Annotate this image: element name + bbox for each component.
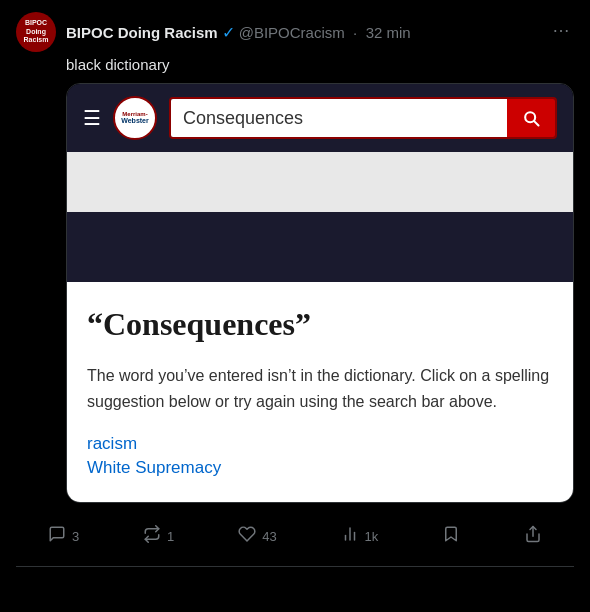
share-icon: [524, 525, 542, 548]
tweet-handle-time: @BIPOCracism · 32 min: [239, 24, 411, 41]
avatar-line3: Racism: [24, 36, 49, 44]
verified-badge: ✓: [222, 23, 235, 42]
bar-chart-icon: [341, 525, 359, 548]
tweet-header-left: BIPOC Doing Racism BIPOC Doing Racism ✓ …: [16, 12, 411, 52]
mw-logo[interactable]: Merriam- Webster: [113, 96, 157, 140]
mw-suggestion-racism[interactable]: racism: [87, 434, 553, 454]
mw-logo-line2: Webster: [121, 117, 149, 125]
mw-navbar: ☰ Merriam- Webster: [67, 84, 573, 152]
tweet-user-info: BIPOC Doing Racism ✓ @BIPOCracism · 32 m…: [66, 23, 411, 42]
retweet-count: 1: [167, 529, 174, 544]
mw-search-bar: [169, 97, 557, 139]
like-action[interactable]: 43: [230, 519, 284, 554]
hamburger-icon[interactable]: ☰: [83, 106, 101, 130]
mw-search-button[interactable]: [507, 99, 555, 137]
mw-search-input[interactable]: [171, 99, 507, 137]
views-count: 1k: [365, 529, 379, 544]
retweet-icon: [143, 525, 161, 548]
mw-logo-line1: Merriam-: [122, 111, 147, 118]
tweet-image: ☰ Merriam- Webster: [66, 83, 574, 503]
tweet-display-name[interactable]: BIPOC Doing Racism: [66, 24, 218, 41]
bookmark-action[interactable]: [434, 519, 468, 554]
bookmark-icon: [442, 525, 460, 548]
reply-count: 3: [72, 529, 79, 544]
retweet-action[interactable]: 1: [135, 519, 182, 554]
share-action[interactable]: [516, 519, 550, 554]
more-options-button[interactable]: …: [548, 12, 574, 41]
tweet-caption: black dictionary: [66, 56, 574, 73]
tweet-container: BIPOC Doing Racism BIPOC Doing Racism ✓ …: [0, 0, 590, 567]
search-icon: [521, 108, 541, 128]
mw-dark-band: [67, 212, 573, 282]
tweet-actions: 3 1 43: [16, 515, 574, 567]
reply-icon: [48, 525, 66, 548]
tweet-time[interactable]: 32 min: [366, 24, 411, 41]
avatar-line1: BIPOC: [25, 19, 47, 27]
mw-browser: ☰ Merriam- Webster: [67, 84, 573, 502]
views-action[interactable]: 1k: [333, 519, 387, 554]
heart-icon: [238, 525, 256, 548]
tweet-name-row: BIPOC Doing Racism ✓ @BIPOCracism · 32 m…: [66, 23, 411, 42]
mw-image-placeholder: [67, 152, 573, 212]
mw-suggestion-white-supremacy[interactable]: White Supremacy: [87, 458, 553, 478]
mw-not-found-text: The word you’ve entered isn’t in the dic…: [87, 363, 553, 414]
tweet-handle[interactable]: @BIPOCracism: [239, 24, 345, 41]
tweet-header: BIPOC Doing Racism BIPOC Doing Racism ✓ …: [16, 12, 574, 52]
mw-word-title: “Consequences”: [87, 306, 553, 343]
reply-action[interactable]: 3: [40, 519, 87, 554]
like-count: 43: [262, 529, 276, 544]
avatar-line2: Doing: [26, 28, 46, 36]
avatar[interactable]: BIPOC Doing Racism: [16, 12, 56, 52]
mw-content: “Consequences” The word you’ve entered i…: [67, 282, 573, 502]
